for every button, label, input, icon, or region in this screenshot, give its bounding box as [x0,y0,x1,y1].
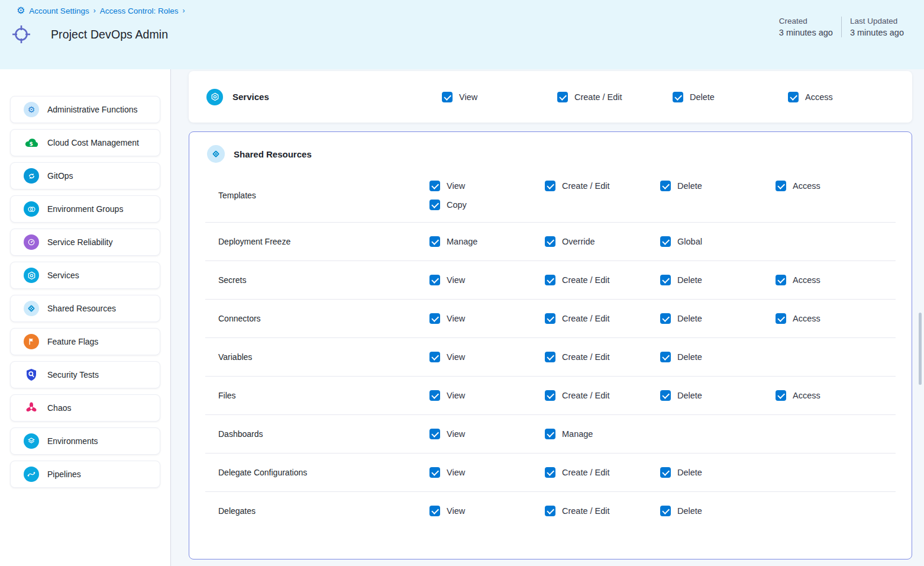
checkbox-checked-icon[interactable] [660,352,671,362]
checkbox-checked-icon[interactable] [429,506,440,516]
sidebar-item-services[interactable]: Services [10,262,160,289]
permission-checkbox-global[interactable]: Global [660,236,776,247]
permission-label: View [447,506,465,516]
permission-checkbox-view[interactable]: View [429,352,545,362]
checkbox-checked-icon[interactable] [660,390,671,401]
permission-checkbox-create-edit[interactable]: Create / Edit [545,352,660,362]
checkbox-checked-icon[interactable] [660,506,671,516]
permission-checkbox-delete[interactable]: Delete [660,506,776,516]
service-reliability-icon [24,234,39,250]
permission-checkbox-manage[interactable]: Manage [429,236,545,247]
permission-checkbox-manage[interactable]: Manage [545,429,660,439]
permission-checkbox-access[interactable]: Access [776,313,891,324]
checkbox-checked-icon[interactable] [660,467,671,478]
checkbox-checked-icon[interactable] [660,275,671,285]
checkbox-checked-icon[interactable] [429,181,440,191]
environments-icon [24,433,39,449]
sidebar-item-pipelines[interactable]: Pipelines [10,461,160,488]
permission-checkbox-create-edit[interactable]: Create / Edit [545,275,660,285]
checkbox-checked-icon[interactable] [776,390,786,401]
permission-cell: Create / Edit [545,352,660,362]
checkbox-checked-icon[interactable] [660,181,671,191]
permission-checkbox-delete[interactable]: Delete [673,92,788,102]
permission-cell: Manage [429,236,545,247]
sidebar-item-chaos[interactable]: Chaos [10,394,160,422]
permission-checkbox-delete[interactable]: Delete [660,390,776,401]
resource-row-secrets: SecretsViewCreate / EditDeleteAccess [205,261,896,299]
permission-checkbox-create-edit[interactable]: Create / Edit [545,313,660,324]
permission-checkbox-view[interactable]: View [442,92,557,102]
sidebar-item-administrative-functions[interactable]: ⚙Administrative Functions [10,96,160,123]
permission-cell: View [429,506,545,516]
checkbox-checked-icon[interactable] [429,200,440,210]
checkbox-checked-icon[interactable] [429,429,440,439]
checkbox-checked-icon[interactable] [776,313,786,324]
checkbox-checked-icon[interactable] [545,429,555,439]
permission-cell: Access [776,313,891,324]
shared-resources-icon [207,145,225,163]
checkbox-checked-icon[interactable] [776,181,786,191]
resource-row-dashboards: DashboardsViewManage [205,414,896,453]
permission-checkbox-create-edit[interactable]: Create / Edit [545,506,660,516]
permission-checkbox-create-edit[interactable]: Create / Edit [545,390,660,401]
checkbox-checked-icon[interactable] [788,92,799,102]
checkbox-checked-icon[interactable] [545,506,555,516]
permission-checkbox-delete[interactable]: Delete [660,181,776,191]
checkbox-checked-icon[interactable] [429,313,440,324]
checkbox-checked-icon[interactable] [442,92,453,102]
checkbox-checked-icon[interactable] [545,236,555,247]
breadcrumb-account-settings[interactable]: Account Settings [29,7,89,15]
permission-checkbox-delete[interactable]: Delete [660,352,776,362]
sidebar-item-feature-flags[interactable]: Feature Flags [10,328,160,355]
checkbox-checked-icon[interactable] [545,390,555,401]
sidebar-item-cloud-cost-management[interactable]: $Cloud Cost Management [10,129,160,156]
checkbox-checked-icon[interactable] [545,313,555,324]
breadcrumb-access-control-roles[interactable]: Access Control: Roles [100,7,179,15]
checkbox-checked-icon[interactable] [545,181,555,191]
permission-label: Delete [677,314,702,323]
sidebar-item-shared-resources[interactable]: Shared Resources [10,295,160,322]
sidebar-item-environments[interactable]: Environments [10,427,160,455]
checkbox-checked-icon[interactable] [429,352,440,362]
permission-checkbox-create-edit[interactable]: Create / Edit [545,181,660,191]
sidebar-item-security-tests[interactable]: Security Tests [10,361,160,388]
permission-label: Create / Edit [562,275,610,285]
checkbox-checked-icon[interactable] [545,275,555,285]
permission-checkbox-view[interactable]: View [429,181,545,191]
checkbox-checked-icon[interactable] [429,467,440,478]
permission-checkbox-view[interactable]: View [429,467,545,478]
checkbox-checked-icon[interactable] [660,313,671,324]
permission-checkbox-override[interactable]: Override [545,236,660,247]
permission-checkbox-view[interactable]: View [429,506,545,516]
permission-checkbox-access[interactable]: Access [776,275,891,285]
sidebar-item-gitops[interactable]: GitOps [10,162,160,189]
created-label: Created [779,17,833,25]
permission-checkbox-view[interactable]: View [429,390,545,401]
permission-checkbox-access[interactable]: Access [776,390,891,401]
checkbox-checked-icon[interactable] [660,236,671,247]
permission-checkbox-create-edit[interactable]: Create / Edit [557,92,673,102]
permission-checkbox-delete[interactable]: Delete [660,313,776,324]
checkbox-checked-icon[interactable] [429,236,440,247]
sidebar-item-service-reliability[interactable]: Service Reliability [10,229,160,256]
permission-checkbox-view[interactable]: View [429,313,545,324]
permission-checkbox-access[interactable]: Access [788,92,903,102]
permission-checkbox-delete[interactable]: Delete [660,275,776,285]
checkbox-checked-icon[interactable] [545,352,555,362]
sidebar-item-label: Pipelines [47,469,81,479]
permission-checkbox-create-edit[interactable]: Create / Edit [545,467,660,478]
permission-checkbox-view[interactable]: View [429,275,545,285]
resource-label: Dashboards [205,429,429,439]
checkbox-checked-icon[interactable] [673,92,683,102]
checkbox-checked-icon[interactable] [776,275,786,285]
permission-checkbox-copy[interactable]: Copy [429,200,545,210]
vertical-scrollbar[interactable] [919,313,922,385]
checkbox-checked-icon[interactable] [557,92,568,102]
permission-checkbox-view[interactable]: View [429,429,545,439]
checkbox-checked-icon[interactable] [545,467,555,478]
permission-checkbox-access[interactable]: Access [776,181,891,191]
permission-checkbox-delete[interactable]: Delete [660,467,776,478]
sidebar-item-environment-groups[interactable]: Environment Groups [10,195,160,223]
checkbox-checked-icon[interactable] [429,275,440,285]
checkbox-checked-icon[interactable] [429,390,440,401]
